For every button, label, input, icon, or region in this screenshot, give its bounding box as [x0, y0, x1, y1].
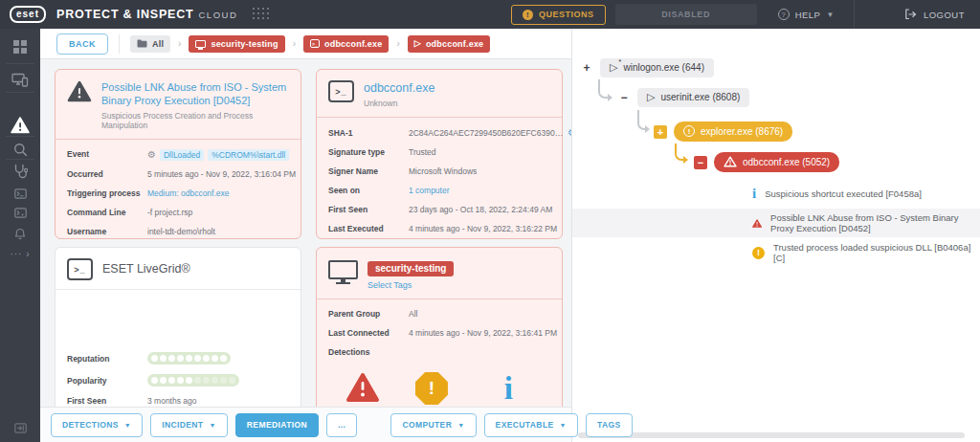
process-label: winlogon.exe (644) [623, 62, 704, 73]
terminal-icon: >_ [67, 258, 93, 280]
computers-icon [11, 73, 29, 87]
executable-dropdown-button[interactable]: EXECUTABLE ▼ [484, 413, 578, 437]
back-button[interactable]: BACK [56, 33, 108, 55]
warning-circle-icon: ! [523, 10, 533, 20]
terminal-icon: >_ [310, 39, 320, 48]
computer-dropdown-button[interactable]: COMPUTER ▼ [390, 413, 476, 437]
executable-title-link[interactable]: odbcconf.exe [364, 80, 434, 96]
logout-button[interactable]: LOGOUT [904, 9, 965, 20]
process-tree-panel: + ▷ winlogon.exe (644) − ▷ userinit.exe … [571, 29, 980, 442]
process-label: userinit.exe (8608) [660, 92, 740, 102]
livegrid-first-seen-label: First Seen [67, 396, 147, 406]
triggering-process-link[interactable]: Medium: odbcconf.exe [147, 188, 230, 198]
livegrid-first-seen-value: 3 months ago [147, 396, 197, 406]
warning-circle-icon: ! [683, 125, 695, 137]
more-actions-button[interactable]: ... [326, 413, 357, 437]
help-label: HELP [795, 10, 821, 20]
last-executed-label: Last Executed [328, 224, 409, 233]
remediation-button[interactable]: REMEDIATION [235, 413, 319, 437]
username-label: Username [67, 227, 147, 236]
event-row-threat-selected[interactable]: Possible LNK Abuse from ISO - System Bin… [572, 209, 980, 237]
first-seen-label: First Seen [328, 205, 409, 214]
process-chip-userinit[interactable]: ▷ userinit.exe (8608) [637, 88, 749, 107]
event-text: Possible LNK Abuse from ISO - System Bin… [770, 212, 980, 233]
breadcrumb-computer-chip[interactable]: security-testing [189, 35, 284, 53]
breadcrumb: BACK All › security-testing › >_ odbccon… [40, 29, 571, 59]
detection-card: Possible LNK Abuse from ISO - System Bin… [55, 69, 301, 239]
tags-button[interactable]: TAGS [586, 413, 633, 437]
signer-name-value: Microsoft Windows [409, 166, 477, 176]
incident-dropdown-button[interactable]: INCIDENT ▼ [150, 413, 228, 437]
event-target-chip[interactable]: %CDROM%\start.dll [208, 149, 289, 161]
card-divider [56, 139, 301, 140]
event-text: Trusted process loaded suspicious DLL [B… [773, 242, 980, 263]
help-icon: ? [778, 9, 790, 20]
sidebar-item-dashboard[interactable] [0, 34, 40, 59]
dll-event-icon: ⚙ [147, 149, 156, 160]
tree-connector [598, 79, 611, 99]
popularity-bar [147, 374, 239, 387]
event-text: Suspicious shortcut executed [F0458a] [765, 188, 922, 199]
event-row-info[interactable]: i Suspicious shortcut executed [F0458a] [572, 179, 980, 208]
event-type-chip[interactable]: DllLoaded [160, 149, 204, 161]
breadcrumb-process-chip[interactable]: ▷ odbcconf.exe [408, 35, 491, 53]
disabled-button[interactable]: DISABLED [615, 4, 757, 25]
tree-expand-toggle[interactable]: + [580, 61, 593, 75]
informational-counter[interactable]: i Informational [483, 372, 533, 407]
breadcrumb-executable-chip[interactable]: >_ odbcconf.exe [303, 35, 389, 53]
threat-triangle-icon [752, 217, 762, 230]
questions-button[interactable]: ! QUESTIONS [511, 5, 606, 25]
process-chip-odbcconf[interactable]: odbcconf.exe (5052) [714, 152, 839, 172]
executable-button-label: EXECUTABLE [496, 420, 554, 430]
process-label: odbcconf.exe (5052) [743, 157, 830, 167]
detections-label: Detections [328, 347, 409, 357]
reputation-label: Reputation [67, 354, 147, 364]
breadcrumb-group-label: All [152, 39, 164, 49]
livegrid-title: ESET LiveGrid® [102, 261, 190, 276]
process-label: explorer.exe (8676) [701, 126, 783, 137]
sidebar-item-detections[interactable] [0, 113, 40, 138]
sidebar-item-computers[interactable] [0, 67, 40, 92]
card-divider [317, 117, 562, 118]
detection-title-link[interactable]: Possible LNK Abuse from ISO - System Bin… [101, 80, 289, 108]
warnings-counter[interactable]: ! Warnings [413, 372, 450, 407]
logout-label: LOGOUT [924, 10, 965, 20]
event-label: Event [67, 149, 147, 159]
process-chip-winlogon[interactable]: ▷ winlogon.exe (644) [600, 58, 714, 77]
card-divider [317, 298, 562, 299]
tree-collapse-toggle-threat[interactable]: − [694, 156, 707, 169]
tree-collapse-toggle[interactable]: − [617, 91, 631, 104]
signature-type-label: Signature type [328, 147, 409, 157]
threats-counter[interactable]: Threats [345, 372, 380, 407]
tree-expand-toggle-warning[interactable]: + [654, 125, 667, 139]
sidebar-item-more[interactable]: ··· › [0, 241, 40, 266]
terminal-icon: >_ [328, 80, 354, 102]
horizontal-scrollbar[interactable] [578, 432, 965, 438]
apps-grid-icon[interactable] [253, 8, 272, 22]
event-row-warning[interactable]: ! Trusted process loaded suspicious DLL … [572, 238, 980, 267]
chevron-down-icon: ▼ [560, 422, 567, 429]
process-chip-explorer[interactable]: ! explorer.exe (8676) [674, 122, 792, 142]
detections-button-label: DETECTIONS [62, 420, 119, 430]
breadcrumb-group-chip[interactable]: All [130, 35, 170, 53]
select-tags-link[interactable]: Select Tags [368, 280, 454, 290]
detections-dropdown-button[interactable]: DETECTIONS ▼ [51, 413, 143, 437]
seen-on-link[interactable]: 1 computer [409, 186, 450, 195]
seen-on-label: Seen on [328, 186, 409, 195]
computer-name-chip[interactable]: security-testing [368, 261, 454, 276]
chevron-right-icon: › [293, 38, 296, 49]
folder-icon [137, 39, 147, 48]
monitor-icon [195, 40, 206, 48]
warning-octagon-icon: ! [415, 372, 448, 405]
help-menu[interactable]: ? HELP ▼ [778, 9, 835, 20]
chevron-right-icon: › [396, 38, 399, 49]
product-title: PROTECT & INSPECT [56, 8, 193, 21]
signature-type-value: Trusted [409, 147, 436, 157]
warning-triangle-icon [11, 117, 30, 134]
tree-node-winlogon: + ▷ winlogon.exe (644) [580, 58, 714, 77]
last-executed-value: 4 minutes ago - Nov 9, 2022, 3:16:22 PM [409, 224, 557, 233]
sidebar-expand-button[interactable] [0, 417, 40, 438]
occurred-value: 5 minutes ago - Nov 9, 2022, 3:16:04 PM [147, 169, 296, 179]
sidebar-nav: ··· › [0, 29, 40, 442]
executable-card: >_ odbcconf.exe Unknown SHA-1 2C84AC264A… [316, 69, 563, 239]
